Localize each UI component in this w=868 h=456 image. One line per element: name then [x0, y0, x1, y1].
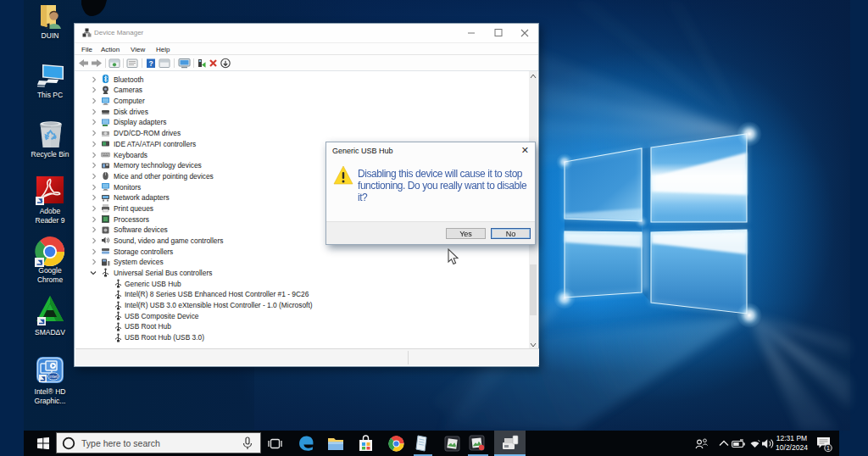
svg-text:1: 1 — [826, 445, 830, 451]
svg-text:intel: intel — [49, 374, 58, 379]
svg-text:?: ? — [148, 59, 153, 68]
